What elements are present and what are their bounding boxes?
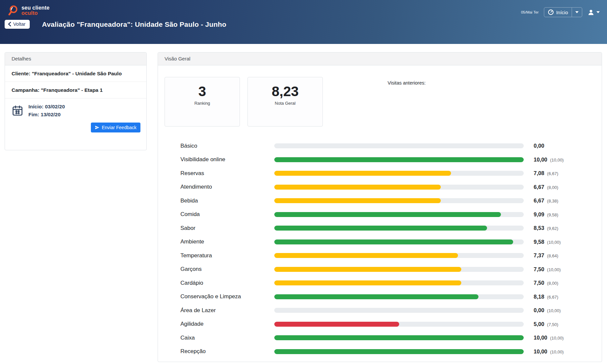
bar-value-previous: (10,00) (547, 308, 561, 313)
bar-fill (274, 335, 524, 340)
bar-value-group: 0,00 (534, 143, 544, 149)
bar-value: 5,00 (534, 321, 544, 327)
user-menu[interactable] (588, 9, 600, 16)
bar-value-group: 7,50 (8,00) (534, 280, 558, 286)
chart-row: Reservas 7,08 (6,67) (180, 166, 602, 180)
chevron-down-icon (575, 11, 579, 13)
dates-row: Início: 03/02/20 Fim: 13/02/20 (5, 98, 146, 121)
bar-value: 0,00 (534, 143, 544, 149)
bar-label: Sabor (180, 225, 274, 232)
logo-text: seu cliente oculto (21, 5, 50, 16)
bar-value-group: 7,50 (10,00) (534, 266, 561, 273)
bar-label: Atendimento (180, 184, 274, 190)
bar-track (274, 143, 524, 148)
back-button-label: Voltar (13, 21, 25, 27)
send-feedback-button[interactable]: Enviar Feedback (91, 123, 140, 132)
bar-label: Reservas (180, 170, 274, 177)
inicio-dropdown-toggle[interactable] (572, 8, 582, 17)
bar-fill (274, 253, 458, 258)
bar-fill (274, 157, 524, 162)
gauge-icon (548, 9, 554, 15)
bar-value-group: 8,53 (9,62) (534, 225, 558, 231)
ranking-label: Ranking (194, 101, 210, 106)
bar-track (274, 267, 524, 272)
inicio-button[interactable]: Início (544, 8, 572, 17)
overview-panel-header: Visão Geral (158, 53, 602, 65)
bar-track (274, 157, 524, 162)
bar-value-previous: (8,00) (547, 185, 558, 190)
bar-value-group: 10,00 (10,00) (534, 348, 564, 355)
bar-value-group: 10,00 (10,00) (534, 335, 564, 341)
bar-label: Comida (180, 211, 274, 218)
bar-track (274, 185, 524, 190)
bar-value-group: 8,18 (6,67) (534, 294, 558, 300)
bar-value-previous: (9,62) (547, 226, 558, 231)
bar-value-group: 10,00 (10,00) (534, 157, 564, 163)
bar-track (274, 294, 524, 299)
overview-panel: Visão Geral 3 Ranking 8,23 Nota Geral Vi… (158, 52, 602, 362)
bar-value-previous: (10,00) (547, 240, 561, 245)
previous-visits-label: Visitas anteriores: (388, 80, 426, 86)
bar-value-previous: (8,64) (547, 253, 558, 258)
bar-track (274, 308, 524, 313)
app-logo[interactable]: seu cliente oculto (7, 4, 50, 17)
overall-score-card: 8,23 Nota Geral (247, 77, 323, 127)
bar-label: Temperatura (180, 252, 274, 259)
inicio-button-group: Início (544, 7, 582, 17)
bar-track (274, 226, 524, 231)
bar-value-group: 9,58 (10,00) (534, 239, 561, 245)
send-feedback-label: Enviar Feedback (102, 125, 136, 130)
page-title: Avaliação "Franqueadora": Unidade São Pa… (42, 20, 226, 28)
campaign-row: Campanha: "Franqueadora" - Etapa 1 (5, 82, 146, 98)
bar-value: 8,18 (534, 294, 544, 300)
user-icon (588, 9, 594, 16)
bar-value: 6,67 (534, 198, 544, 203)
chart-row: Sabor 8,53 (9,62) (180, 221, 602, 235)
bar-track (274, 253, 524, 258)
bar-value-group: 7,08 (6,67) (534, 170, 558, 176)
header-date: 05/Mai Ter (521, 10, 539, 14)
bar-fill (274, 322, 399, 327)
chevron-down-icon (596, 11, 600, 13)
bar-value-group: 6,67 (8,38) (534, 198, 558, 204)
main-content: Detalhes Cliente: "Franqueadora" - Unida… (0, 44, 607, 362)
details-panel: Detalhes Cliente: "Franqueadora" - Unida… (5, 52, 147, 150)
chart-row: Garçons 7,50 (10,00) (180, 263, 602, 276)
bar-value: 10,00 (534, 157, 547, 163)
back-button[interactable]: Voltar (5, 20, 30, 29)
bar-value-previous: (10,00) (550, 158, 564, 163)
logo-line2: oculto (21, 11, 50, 16)
bar-value-previous: (6,67) (547, 171, 558, 176)
bar-value: 7,50 (534, 266, 544, 272)
magnifier-logo-icon (7, 4, 19, 17)
bar-value-previous: (8,00) (547, 281, 558, 286)
bar-fill (274, 226, 487, 231)
bar-track (274, 335, 524, 340)
bar-value: 6,67 (534, 184, 544, 190)
bar-value-group: 9,09 (9,58) (534, 211, 558, 218)
bar-track (274, 280, 524, 285)
chart-row: Visibilidade online 10,00 (10,00) (180, 153, 602, 167)
logo-line1: seu cliente (21, 5, 50, 11)
bar-fill (274, 171, 451, 176)
bar-value: 10,00 (534, 335, 547, 341)
header-top-row: seu cliente oculto 05/Mai Ter Início (0, 0, 607, 17)
calendar-icon (12, 105, 23, 117)
bar-fill (274, 198, 441, 203)
bar-value: 7,50 (534, 280, 544, 286)
chevron-left-icon (8, 22, 11, 26)
bar-label: Recepção (180, 348, 274, 355)
bar-value: 10,00 (534, 348, 547, 354)
bar-value: 8,53 (534, 225, 544, 231)
bar-label: Caixa (180, 335, 274, 341)
bar-value: 0,00 (534, 307, 544, 313)
overview-panel-body: 3 Ranking 8,23 Nota Geral Visitas anteri… (158, 65, 602, 358)
chart-row: Conservação e Limpeza 8,18 (6,67) (180, 290, 602, 304)
details-panel-header: Detalhes (5, 53, 146, 65)
chart-row: Ambiente 9,58 (10,00) (180, 235, 602, 249)
bar-label: Básico (180, 143, 274, 149)
bar-label: Visibilidade online (180, 156, 274, 163)
bar-value-previous: (7,50) (547, 322, 558, 327)
bar-fill (274, 267, 461, 272)
bar-track (274, 239, 524, 244)
